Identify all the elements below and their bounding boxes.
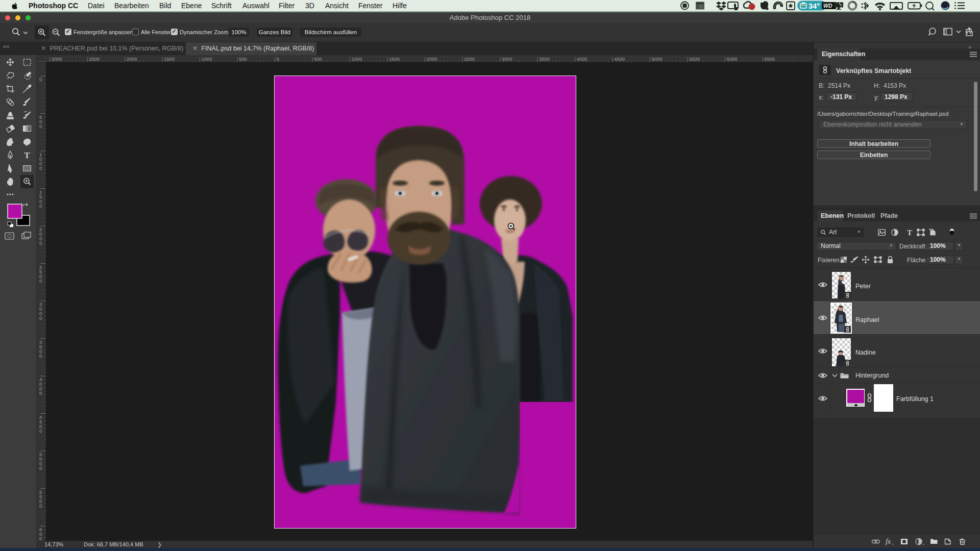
svg-text:0: 0 bbox=[39, 240, 42, 246]
svg-text:0: 0 bbox=[39, 315, 42, 321]
svg-text:T: T bbox=[907, 229, 912, 236]
svg-text:0: 0 bbox=[39, 465, 42, 471]
svg-text:1000: 1000 bbox=[202, 56, 212, 62]
svg-text:6000: 6000 bbox=[727, 56, 738, 62]
svg-text:0: 0 bbox=[277, 56, 279, 62]
svg-text:1500: 1500 bbox=[389, 56, 400, 62]
svg-text:0: 0 bbox=[39, 278, 42, 284]
svg-text:6500: 6500 bbox=[764, 56, 775, 62]
svg-text:0: 0 bbox=[39, 536, 42, 541]
svg-text:T: T bbox=[24, 151, 30, 160]
svg-text:500: 500 bbox=[314, 56, 322, 62]
svg-text:34°: 34° bbox=[808, 2, 820, 10]
svg-text:0: 0 bbox=[39, 503, 42, 509]
svg-text:WD: WD bbox=[823, 3, 832, 9]
svg-text:2500: 2500 bbox=[89, 56, 100, 62]
svg-text:3000: 3000 bbox=[502, 56, 512, 62]
svg-text:5500: 5500 bbox=[689, 56, 700, 62]
svg-text:5000: 5000 bbox=[652, 56, 663, 62]
svg-text:0: 0 bbox=[39, 77, 42, 82]
svg-text:0: 0 bbox=[39, 165, 42, 171]
svg-text:fx: fx bbox=[886, 538, 891, 545]
svg-text:0: 0 bbox=[39, 123, 42, 129]
svg-text:1000: 1000 bbox=[352, 56, 362, 62]
svg-text:0: 0 bbox=[39, 390, 42, 396]
svg-text:2000: 2000 bbox=[427, 56, 437, 62]
svg-text:0: 0 bbox=[39, 353, 42, 359]
svg-text:2000: 2000 bbox=[127, 56, 137, 62]
svg-text:4000: 4000 bbox=[577, 56, 587, 62]
svg-text:4500: 4500 bbox=[614, 56, 625, 62]
svg-text:1500: 1500 bbox=[164, 56, 175, 62]
svg-text:0: 0 bbox=[39, 428, 42, 434]
svg-text:3500: 3500 bbox=[539, 56, 550, 62]
svg-text:3000: 3000 bbox=[52, 56, 62, 62]
svg-text:500: 500 bbox=[239, 56, 247, 62]
svg-text:0: 0 bbox=[39, 203, 42, 209]
svg-text:2500: 2500 bbox=[464, 56, 475, 62]
